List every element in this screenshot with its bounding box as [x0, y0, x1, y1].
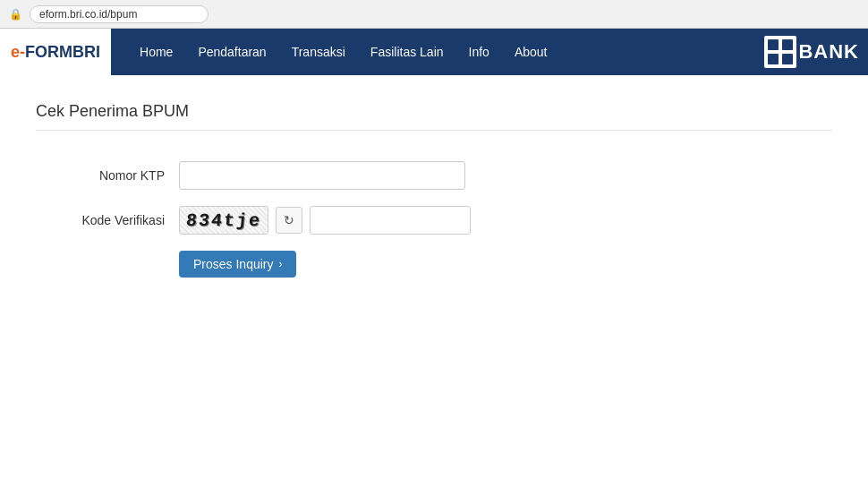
captcha-text: 834tje: [185, 210, 262, 231]
navbar-right: BANK: [764, 36, 868, 68]
captcha-area: 834tje ↻: [179, 206, 471, 235]
url-bar[interactable]: eform.bri.co.id/bpum: [30, 5, 208, 23]
bank-logo: BANK: [764, 36, 859, 68]
kode-verifikasi-row: Kode Verifikasi 834tje ↻: [36, 206, 832, 235]
svg-rect-0: [768, 39, 779, 50]
navbar: e-FORMBRI Home Pendaftaran Transaksi Fas…: [0, 29, 868, 75]
lock-icon: 🔒: [9, 8, 22, 21]
main-content: Cek Penerima BPUM Nomor KTP Kode Verifik…: [0, 75, 868, 313]
nav-transaksi[interactable]: Transaksi: [281, 39, 356, 64]
page-title: Cek Penerima BPUM: [36, 102, 832, 131]
brand: e-FORMBRI: [0, 29, 111, 75]
nav-pendaftaran[interactable]: Pendaftaran: [187, 39, 277, 64]
submit-row: Proses Inquiry ›: [36, 251, 832, 278]
nav-fasilitas-lain[interactable]: Fasilitas Lain: [360, 39, 455, 64]
brand-bri-text: BRI: [72, 43, 100, 62]
arrow-icon: ›: [278, 258, 282, 270]
form-section: Nomor KTP Kode Verifikasi 834tje ↻ Prose…: [36, 152, 832, 286]
submit-button-label: Proses Inquiry: [193, 257, 273, 271]
svg-rect-3: [782, 54, 793, 64]
nomor-ktp-label: Nomor KTP: [36, 168, 179, 183]
nav-info[interactable]: Info: [458, 39, 500, 64]
brand-e-text: e-: [11, 43, 25, 62]
captcha-image: 834tje: [179, 206, 268, 235]
nomor-ktp-row: Nomor KTP: [36, 161, 832, 190]
refresh-icon: ↻: [284, 213, 294, 227]
captcha-refresh-button[interactable]: ↻: [276, 207, 302, 234]
nomor-ktp-input[interactable]: [179, 161, 465, 190]
nav-about[interactable]: About: [504, 39, 558, 64]
proses-inquiry-button[interactable]: Proses Inquiry ›: [179, 251, 296, 278]
svg-rect-2: [768, 54, 779, 64]
brand-form-text: FORM: [25, 43, 72, 62]
bank-logo-icon: [764, 36, 796, 68]
browser-bar: 🔒 eform.bri.co.id/bpum: [0, 0, 868, 29]
bank-name: BANK: [798, 40, 859, 64]
svg-rect-1: [782, 39, 793, 50]
kode-verifikasi-label: Kode Verifikasi: [36, 213, 179, 227]
nav-home[interactable]: Home: [129, 39, 183, 64]
captcha-input[interactable]: [310, 206, 471, 235]
navbar-links: Home Pendaftaran Transaksi Fasilitas Lai…: [111, 39, 764, 64]
